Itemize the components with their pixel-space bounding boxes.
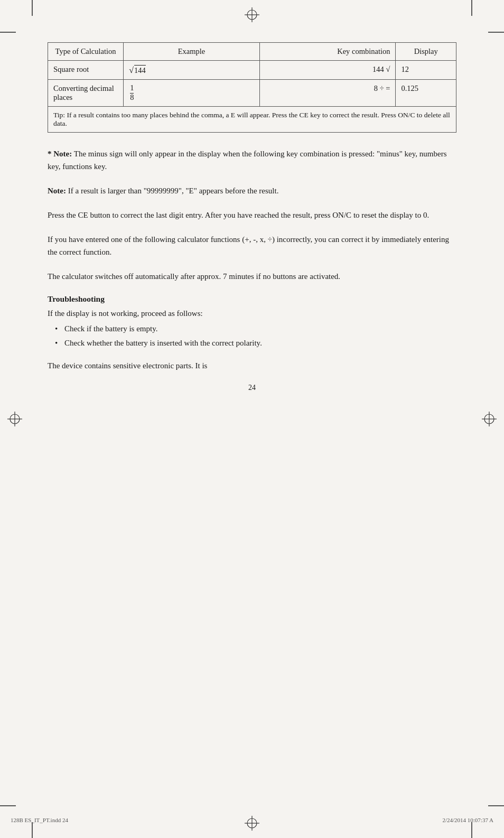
table-cell-example-decimal: 1 8 — [124, 80, 260, 107]
table-cell-tip: Tip: If a result contains too many place… — [48, 107, 456, 133]
troubleshooting-intro: If the display is not working, proceed a… — [48, 307, 456, 320]
note-large-result: Note: If a result is larger than "999999… — [48, 184, 456, 197]
crosshair-top-center — [245, 7, 259, 22]
note2-bold-prefix: Note: — [48, 187, 66, 195]
table-cell-type-decimal: Converting decimal places — [48, 80, 124, 107]
calculation-table: Type of Calculation Example Key combinat… — [48, 42, 456, 133]
table-cell-type-sqrt: Square root — [48, 61, 124, 80]
list-item-battery-polarity: Check whether the battery is inserted wi… — [53, 337, 456, 349]
table-header-key: Key combination — [259, 43, 396, 61]
para-ce-button: Press the CE button to correct the last … — [48, 209, 456, 221]
table-row-decimal: Converting decimal places 1 8 8 ÷ = 0.12… — [48, 80, 456, 107]
corner-mark-br-h — [488, 805, 504, 806]
troubleshooting-closing: The device contains sensitive electronic… — [48, 359, 456, 372]
table-header-example: Example — [124, 43, 260, 61]
page-number: 24 — [48, 384, 456, 392]
fraction-numerator: 1 — [130, 84, 134, 94]
note-minus-sign: * Note: The minus sign will only appear … — [48, 147, 456, 173]
table-row-sqrt: Square root √144 144 √ 12 — [48, 61, 456, 80]
corner-mark-bl-v — [32, 822, 33, 838]
para5-text: The calculator switches off automaticall… — [48, 272, 340, 281]
footer-right: 2/24/2014 10:07:37 A — [442, 817, 493, 823]
content-area: Type of Calculation Example Key combinat… — [48, 42, 456, 796]
corner-mark-tl-v — [32, 0, 33, 16]
page: Type of Calculation Example Key combinat… — [0, 0, 504, 838]
corner-mark-br-v — [471, 822, 472, 838]
corner-mark-bl-h — [0, 805, 16, 806]
para3-text: Press the CE button to correct the last … — [48, 211, 429, 219]
table-header-display: Display — [396, 43, 456, 61]
list-item-battery-empty: Check if the battery is empty. — [53, 323, 456, 335]
corner-mark-tl-h — [0, 32, 16, 33]
sqrt-symbol: √ — [129, 66, 134, 75]
troubleshooting-title: Troubleshooting — [48, 294, 456, 304]
para-incorrect-function: If you have entered one of the following… — [48, 233, 456, 258]
fraction-expression: 1 8 — [130, 84, 134, 102]
fraction-denominator: 8 — [130, 94, 134, 102]
table-cell-key-decimal: 8 ÷ = — [259, 80, 396, 107]
table-cell-key-sqrt: 144 √ — [259, 61, 396, 80]
table-cell-display-sqrt: 12 — [396, 61, 456, 80]
note1-bold-prefix: * Note: — [48, 150, 72, 158]
table-cell-example-sqrt: √144 — [124, 61, 260, 80]
sqrt-expression: √144 — [129, 65, 146, 75]
table-cell-display-decimal: 0.125 — [396, 80, 456, 107]
para4-text: If you have entered one of the following… — [48, 235, 449, 256]
crosshair-left-middle — [7, 412, 22, 426]
table-header-type: Type of Calculation — [48, 43, 124, 61]
para-auto-off: The calculator switches off automaticall… — [48, 270, 456, 283]
crosshair-right-middle — [482, 412, 497, 426]
sqrt-radicand: 144 — [134, 65, 146, 75]
troubleshooting-list: Check if the battery is empty. Check whe… — [53, 323, 456, 350]
table-row-tip: Tip: If a result contains too many place… — [48, 107, 456, 133]
footer-left: 128B ES_IT_PT.indd 24 — [11, 817, 68, 823]
corner-mark-tr-v — [471, 0, 472, 16]
corner-mark-tr-h — [488, 32, 504, 33]
note2-text: If a result is larger than "99999999", "… — [68, 187, 279, 195]
footer-bar: 128B ES_IT_PT.indd 24 2/24/2014 10:07:37… — [0, 817, 504, 823]
note1-text: The minus sign will only appear in the d… — [48, 150, 446, 171]
